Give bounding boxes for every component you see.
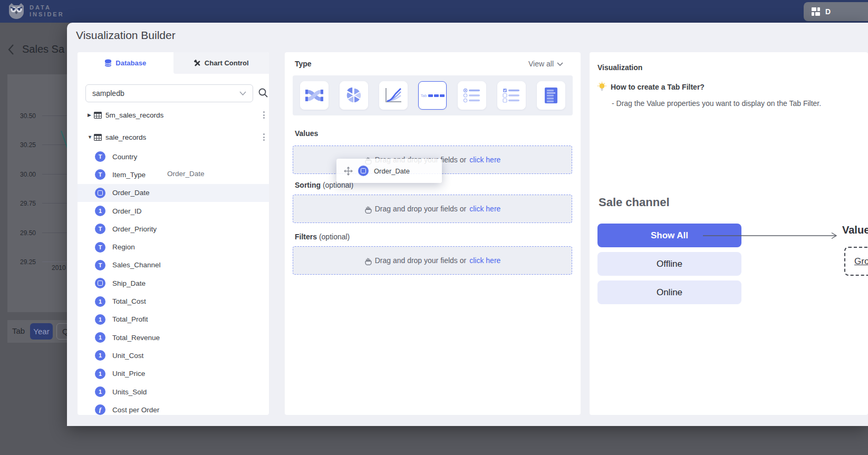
caret-collapsed-icon[interactable]: ▶ [88, 112, 94, 118]
field-row[interactable]: Order_Date [78, 184, 269, 202]
dropzone-text: Drag and drop your fields or [375, 256, 467, 265]
field-label: Country [112, 153, 137, 161]
number-field-icon: 1 [95, 206, 105, 216]
filters-dropzone[interactable]: Drag and drop your fields or click here [293, 246, 572, 275]
sorting-dropzone[interactable]: Drag and drop your fields or click here [293, 195, 572, 223]
field-label: Order_Priority [112, 225, 157, 233]
table-menu-button[interactable] [259, 110, 268, 120]
type-section-label: Type [295, 60, 312, 68]
search-icon [258, 88, 268, 98]
number-field-icon: 1 [95, 332, 105, 343]
field-row[interactable]: Ship_Date [78, 274, 269, 292]
multi-choice-icon [503, 88, 520, 103]
field-row[interactable]: 1Units_Sold [78, 383, 269, 401]
chart-type-dropdown[interactable] [537, 81, 565, 110]
tab-option-show-all[interactable]: Show All [597, 224, 741, 247]
dashboard-button-label: D [825, 7, 831, 16]
text-field-icon: T [95, 169, 105, 180]
visualization-panel: Visualization How to create a Tab Filter… [590, 52, 868, 415]
tab-chart-control[interactable]: Chart Control [173, 52, 269, 74]
table-name: sale_records [105, 133, 146, 141]
builder-panel: Type View all [285, 52, 581, 415]
table-icon [94, 112, 102, 119]
click-here-link[interactable]: click here [469, 156, 500, 164]
drag-hand-icon [364, 256, 372, 265]
dashboard-button[interactable]: D [804, 2, 868, 21]
field-row[interactable]: 1Total_Profit [78, 311, 269, 328]
tab-chart-control-label: Chart Control [205, 59, 249, 67]
chart-type-tab-filter[interactable]: Tab [418, 81, 447, 110]
field-label: Ship_Date [112, 279, 146, 287]
background-chart: 30.50 30.25 30.00 29.75 29.50 29.25 2010 [7, 74, 71, 312]
table-node-5m-sales-records[interactable]: ▶ 5m_sales_records [78, 108, 269, 122]
tab-database-label: Database [115, 59, 146, 67]
tab-option-offline[interactable]: Offline [597, 252, 741, 276]
dropzone-text: Drag and drop your fields or [375, 205, 467, 213]
back-chevron-icon[interactable] [7, 44, 15, 55]
table-menu-button[interactable] [259, 132, 268, 142]
field-row[interactable]: TCountry [78, 148, 269, 166]
date-field-icon [95, 188, 105, 198]
caret-expanded-icon[interactable]: ▼ [88, 134, 94, 140]
field-row[interactable]: 1Total_Cost [78, 292, 269, 310]
chevron-down-icon [557, 62, 563, 66]
drag-chip-order-date[interactable]: Order_Date [336, 159, 442, 183]
field-label: Order_Date [112, 189, 150, 197]
panel-tabs: Database Chart Control [78, 52, 269, 74]
click-here-link[interactable]: click here [469, 256, 500, 265]
click-here-link[interactable]: click here [469, 205, 500, 213]
field-row[interactable]: 1Unit_Price [78, 365, 269, 383]
field-label: Unit_Cost [112, 352, 143, 360]
dropdown-filter-icon [542, 86, 560, 104]
lightbulb-icon [597, 82, 606, 92]
background-toolbar: Tab Year Qu [7, 320, 71, 343]
chart-type-line[interactable] [379, 81, 408, 110]
number-field-icon: 1 [95, 369, 105, 379]
field-label: Region [112, 243, 135, 251]
tip-title: How to create a Tab Filter? [611, 83, 705, 91]
visualization-title: Visualization [597, 63, 642, 72]
group-link[interactable]: Group [854, 256, 868, 267]
database-select[interactable]: sampledb [85, 84, 253, 102]
top-nav: DATA INSIDER D [0, 0, 868, 23]
chart-type-multi-choice[interactable] [497, 81, 526, 110]
chart-type-pie[interactable] [340, 81, 368, 110]
table-icon [94, 134, 102, 141]
chart-type-sankey[interactable] [300, 81, 329, 110]
search-button[interactable] [257, 87, 269, 100]
date-field-icon [358, 166, 369, 176]
view-all-button[interactable]: View all [525, 59, 566, 69]
tools-icon [194, 60, 201, 67]
page-title: Sales Sa [22, 43, 64, 55]
field-row[interactable]: TSales_Channel [78, 256, 269, 274]
sankey-chart-icon [305, 88, 323, 103]
visualization-builder-modal: Visualization Builder Database Chart Con… [67, 23, 868, 426]
y-axis-tick: 29.75 [11, 200, 36, 207]
database-select-value: sampledb [92, 89, 124, 98]
y-axis-tick: 29.50 [11, 229, 36, 237]
field-row[interactable]: ƒCost per Order [78, 401, 269, 419]
field-row[interactable]: TOrder_Priority [78, 220, 269, 238]
field-label: Cost per Order [112, 406, 159, 414]
field-row[interactable]: 1Unit_Cost [78, 346, 269, 364]
tab-database[interactable]: Database [78, 52, 173, 74]
chart-type-strip: Tab [293, 75, 573, 115]
field-label: Order_ID [112, 207, 142, 215]
field-row[interactable]: TRegion [78, 238, 269, 256]
chevron-down-icon [239, 91, 246, 95]
annotation-heading: Value [842, 224, 868, 236]
table-node-sale-records[interactable]: ▼ sale_records [78, 130, 269, 144]
y-axis-tick: 29.25 [11, 258, 36, 266]
field-row[interactable]: 1Total_Revenue [78, 328, 269, 346]
tab-option-online[interactable]: Online [597, 280, 741, 304]
text-field-icon: T [95, 242, 105, 253]
field-row[interactable]: 1Order_ID [78, 202, 269, 220]
drag-chip-label: Order_Date [374, 167, 410, 175]
field-row[interactable]: TItem_Type [78, 166, 269, 183]
text-field-icon: T [95, 224, 105, 234]
chart-type-single-choice[interactable] [458, 81, 486, 110]
year-button[interactable]: Year [30, 323, 53, 340]
tab-filter-icon: Tab [421, 94, 445, 98]
y-axis-tick: 30.50 [11, 112, 36, 120]
drag-hand-icon [364, 205, 372, 214]
